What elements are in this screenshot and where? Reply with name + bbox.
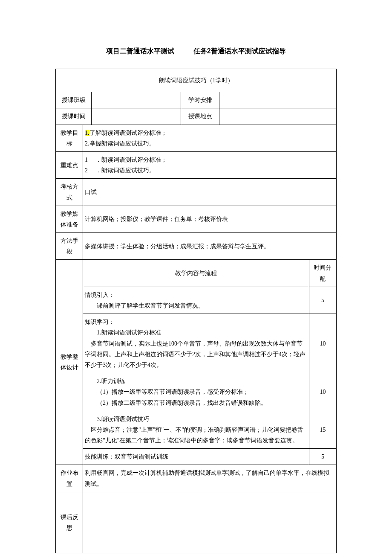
flow4-body: 区分难点音；注意"上声"和"一、不"的变调；准确判断轻声词语；儿化词要把卷舌的色… bbox=[85, 427, 303, 444]
value-homework: 利用畅言网，完成一次计算机辅助普通话模拟测试单字测试，了解自己的单字水平，在线模… bbox=[83, 465, 337, 492]
flow-time-1: 5 bbox=[309, 287, 336, 314]
flow-time-3: 10 bbox=[309, 373, 336, 411]
flow-content-3: 2.听力训练 （1）播放一级甲等双音节词语朗读录音，感受评分标准； （2）播放二… bbox=[83, 373, 309, 411]
lesson-plan-table: 朗读词语应试技巧（1学时） 授课班级 学时安排 授课时间 授课地点 教学目标 1… bbox=[55, 69, 337, 553]
flow2-sub: 1.朗读词语测试评分标准 bbox=[85, 327, 307, 338]
flow-time-2: 10 bbox=[309, 314, 336, 373]
flow2-title: 知识学习： bbox=[85, 317, 307, 327]
label-design: 教学整体设计 bbox=[56, 260, 83, 465]
flow-content-5: 技能训练：双音节词语测试训练 bbox=[83, 449, 309, 465]
flow-header-time: 时间分配 bbox=[309, 260, 336, 287]
label-location: 授课地点 bbox=[181, 108, 219, 125]
value-method: 多媒体讲授；学生体验；分组活动；成果汇报；成果答辩与学生互评。 bbox=[83, 233, 337, 260]
flow-row-2: 知识学习： 1.朗读词语测试评分标准 多音节词语测试，实际上也是100个单音节，… bbox=[56, 314, 337, 373]
reflect-row: 课后反思 bbox=[56, 492, 337, 553]
flow-content-2: 知识学习： 1.朗读词语测试评分标准 多音节词语测试，实际上也是100个单音节，… bbox=[83, 314, 309, 373]
goal-marker-highlight: 1. bbox=[85, 130, 89, 136]
flow1-title: 情境引入： bbox=[85, 290, 307, 300]
goal-row: 教学目标 1.了解朗读词语测试评分标准； 2.掌握朗读词语应试技巧。 bbox=[56, 125, 337, 151]
value-reflect bbox=[83, 492, 337, 553]
label-goal: 教学目标 bbox=[56, 125, 83, 151]
flow-content-1: 情境引入： 课前测评了解学生双音节字词发音情况。 bbox=[83, 287, 309, 314]
flow3-sub: 2.听力训练 bbox=[85, 376, 307, 386]
value-media: 计算机网络；投影仪；教学课件；任务单；考核评价表 bbox=[83, 206, 337, 232]
media-row: 教学媒体准备 计算机网络；投影仪；教学课件；任务单；考核评价表 bbox=[56, 206, 337, 232]
kp2-num: 2 bbox=[85, 167, 88, 174]
value-assess: 口试 bbox=[83, 179, 337, 206]
value-schedule bbox=[219, 92, 337, 108]
time-row: 授课时间 授课地点 bbox=[56, 108, 337, 125]
flow-time-4: 15 bbox=[309, 411, 336, 449]
label-class: 授课班级 bbox=[56, 92, 92, 108]
flow-header-content: 教学内容与流程 bbox=[83, 260, 309, 287]
flow-row-1: 情境引入： 课前测评了解学生双音节字词发音情况。 5 bbox=[56, 287, 337, 314]
flow4-sub: 3.朗读词语测试技巧 bbox=[85, 414, 307, 424]
page-title: 项目二普通话水平测试 任务2普通话水平测试应试指导 bbox=[55, 47, 337, 56]
page: 项目二普通话水平测试 任务2普通话水平测试应试指导 朗读词语应试技巧（1学时） … bbox=[0, 0, 392, 555]
flow2-body: 多音节词语测试，实际上也是100个单音节，声母、韵母的出现次数大体与单音节字词相… bbox=[85, 340, 306, 368]
label-homework: 作业布置 bbox=[56, 465, 83, 492]
keypoints-row: 重难点 1 ．朗读词语测试评分标准； 2 ．朗读词语应试技巧。 bbox=[56, 151, 337, 178]
label-schedule: 学时安排 bbox=[181, 92, 219, 108]
value-keypoints: 1 ．朗读词语测试评分标准； 2 ．朗读词语应试技巧。 bbox=[83, 151, 337, 178]
flow-header-row: 教学整体设计 教学内容与流程 时间分配 bbox=[56, 260, 337, 287]
assess-row: 考核方式 口试 bbox=[56, 179, 337, 206]
flow-row-5: 技能训练：双音节词语测试训练 5 bbox=[56, 449, 337, 465]
kp2-text: ．朗读词语应试技巧。 bbox=[95, 167, 155, 174]
flow-time-5: 5 bbox=[309, 449, 336, 465]
flow-content-4: 3.朗读词语测试技巧 区分难点音；注意"上声"和"一、不"的变调；准确判断轻声词… bbox=[83, 411, 309, 449]
flow-row-4: 3.朗读词语测试技巧 区分难点音；注意"上声"和"一、不"的变调；准确判断轻声词… bbox=[56, 411, 337, 449]
label-time: 授课时间 bbox=[56, 108, 92, 125]
kp1-text: ．朗读词语测试评分标准； bbox=[95, 157, 167, 163]
homework-row: 作业布置 利用畅言网，完成一次计算机辅助普通话模拟测试单字测试，了解自己的单字水… bbox=[56, 465, 337, 492]
goal-line2: 2.掌握朗读词语应试技巧。 bbox=[85, 140, 155, 147]
title-left: 项目二普通话水平测试 bbox=[106, 47, 174, 55]
value-class bbox=[92, 92, 181, 108]
goal-line1: 了解朗读词语测试评分标准； bbox=[89, 130, 167, 136]
flow-row-3: 2.听力训练 （1）播放一级甲等双音节词语朗读录音，感受评分标准； （2）播放二… bbox=[56, 373, 337, 411]
label-method: 方法手段 bbox=[56, 233, 83, 260]
flow3-line1: （1）播放一级甲等双音节词语朗读录音，感受评分标准； bbox=[85, 386, 307, 397]
label-reflect: 课后反思 bbox=[56, 492, 83, 553]
method-row: 方法手段 多媒体讲授；学生体验；分组活动；成果汇报；成果答辩与学生互评。 bbox=[56, 233, 337, 260]
label-media: 教学媒体准备 bbox=[56, 206, 83, 232]
value-time bbox=[92, 108, 181, 125]
title-right: 任务2普通话水平测试应试指导 bbox=[193, 47, 286, 55]
lesson-title-row: 朗读词语应试技巧（1学时） bbox=[56, 69, 337, 92]
label-assess: 考核方式 bbox=[56, 179, 83, 206]
value-goal: 1.了解朗读词语测试评分标准； 2.掌握朗读词语应试技巧。 bbox=[83, 125, 337, 151]
flow5-body: 技能训练：双音节词语测试训练 bbox=[85, 453, 168, 460]
class-row: 授课班级 学时安排 bbox=[56, 92, 337, 108]
lesson-title: 朗读词语应试技巧（1学时） bbox=[56, 69, 337, 92]
flow1-body: 课前测评了解学生双音节字词发音情况。 bbox=[85, 300, 307, 311]
flow3-line2: （2）播放二级甲等双音节词语朗读录音，找出发音错误和缺陷。 bbox=[85, 398, 307, 408]
label-keypoints: 重难点 bbox=[56, 151, 83, 178]
value-location bbox=[219, 108, 337, 125]
kp1-num: 1 bbox=[85, 157, 88, 163]
